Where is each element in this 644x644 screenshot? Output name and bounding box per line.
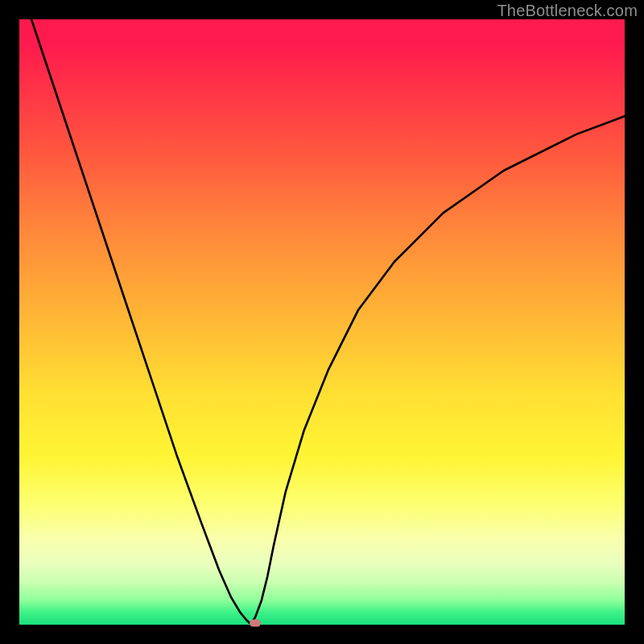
plot-area [19, 19, 625, 625]
minimum-marker [250, 619, 261, 626]
bottleneck-curve [31, 19, 625, 623]
curve-svg [19, 19, 625, 625]
chart-container: TheBottleneck.com [0, 0, 644, 644]
watermark-text: TheBottleneck.com [497, 2, 638, 20]
